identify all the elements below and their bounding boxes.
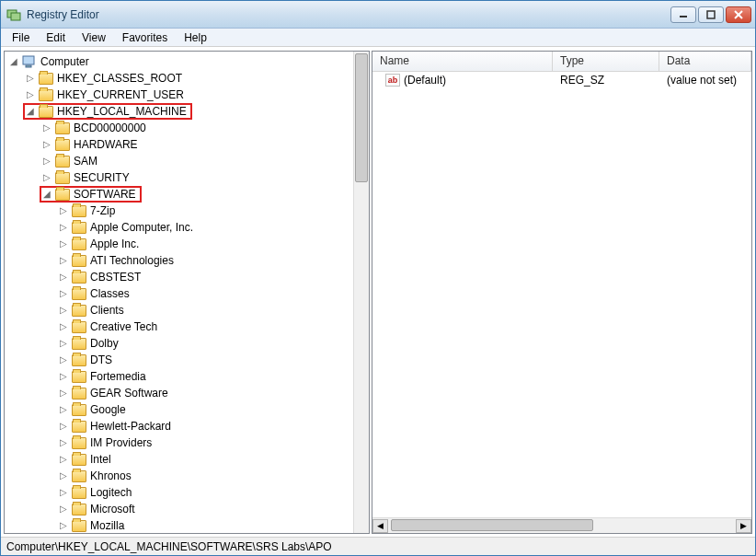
tree-node-software-child[interactable]: ▷GEAR Software xyxy=(5,385,353,401)
expand-icon[interactable]: ▷ xyxy=(58,355,68,365)
column-data[interactable]: Data xyxy=(659,52,751,71)
expand-icon[interactable]: ▷ xyxy=(58,339,68,349)
close-button[interactable] xyxy=(726,6,751,23)
expand-icon[interactable]: ▷ xyxy=(58,438,68,448)
expand-icon[interactable]: ▷ xyxy=(58,206,68,216)
expand-icon[interactable]: ▷ xyxy=(58,405,68,415)
tree-node-software-child[interactable]: ▷Fortemedia xyxy=(5,368,353,385)
tree-node-security[interactable]: ▷ SECURITY xyxy=(5,169,353,186)
expand-icon[interactable]: ▷ xyxy=(58,372,68,382)
tree-label: Microsoft xyxy=(90,503,135,515)
tree-node-software-child[interactable]: ▷Logitech xyxy=(5,484,353,501)
expand-icon[interactable]: ▷ xyxy=(58,388,68,399)
menubar: File Edit View Favorites Help xyxy=(1,29,755,47)
collapse-icon[interactable]: ◢ xyxy=(8,57,18,67)
expand-icon[interactable]: ▷ xyxy=(58,272,68,283)
tree-label: Mozilla xyxy=(90,519,124,532)
svg-rect-3 xyxy=(707,11,715,18)
tree-scroll[interactable]: ◢ Computer ▷ HKEY_CLASSES_ROOT ▷ xyxy=(5,52,353,533)
menu-file[interactable]: File xyxy=(5,29,37,46)
expand-icon[interactable]: ▷ xyxy=(58,223,68,233)
expand-icon[interactable]: ▷ xyxy=(58,455,68,465)
tree-node-software-child[interactable]: ▷DTS xyxy=(5,352,353,368)
list-horizontal-scrollbar[interactable]: ◀ ▶ xyxy=(372,517,751,533)
menu-favorites[interactable]: Favorites xyxy=(115,29,175,46)
tree-node-software-child[interactable]: ▷Hewlett-Packard xyxy=(5,418,353,434)
tree-pane: ◢ Computer ▷ HKEY_CLASSES_ROOT ▷ xyxy=(4,51,370,534)
menu-help[interactable]: Help xyxy=(177,29,214,46)
expand-icon[interactable]: ▷ xyxy=(58,306,68,316)
folder-icon xyxy=(72,454,86,466)
tree-node-software-child[interactable]: ▷Microsoft xyxy=(5,501,353,517)
tree-label: Intel xyxy=(90,453,111,466)
tree-node-software-child[interactable]: ▷IM Providers xyxy=(5,434,353,451)
tree-label: SECURITY xyxy=(74,171,130,184)
expand-icon[interactable]: ▷ xyxy=(25,74,35,84)
tree-label: Classes xyxy=(90,287,130,300)
tree-node-software-child[interactable]: ▷ATI Technologies xyxy=(5,252,353,269)
menu-view[interactable]: View xyxy=(74,29,113,46)
tree-node-software-child[interactable]: ▷CBSTEST xyxy=(5,269,353,285)
tree-node-bcd[interactable]: ▷ BCD00000000 xyxy=(5,120,353,136)
tree-root-computer[interactable]: ◢ Computer xyxy=(5,53,353,70)
tree-node-software[interactable]: ◢ SOFTWARE xyxy=(5,186,353,203)
tree-node-hkcr[interactable]: ▷ HKEY_CLASSES_ROOT xyxy=(5,70,353,87)
expand-icon[interactable]: ▷ xyxy=(41,140,52,150)
titlebar[interactable]: Registry Editor xyxy=(1,1,755,29)
list-header: Name Type Data xyxy=(372,52,751,72)
list-body[interactable]: ab (Default) REG_SZ (value not set) xyxy=(372,72,751,517)
folder-icon xyxy=(72,470,86,482)
tree-node-software-child[interactable]: ▷Khronos xyxy=(5,468,353,484)
tree-node-software-child[interactable]: ▷Clients xyxy=(5,302,353,319)
tree-node-software-child[interactable]: ▷Classes xyxy=(5,285,353,302)
tree-node-hardware[interactable]: ▷ HARDWARE xyxy=(5,136,353,153)
tree-label: BCD00000000 xyxy=(74,122,146,134)
tree-node-software-child[interactable]: ▷Intel xyxy=(5,451,353,468)
scroll-left-arrow[interactable]: ◀ xyxy=(372,519,388,533)
collapse-icon[interactable]: ◢ xyxy=(25,107,35,117)
expand-icon[interactable]: ▷ xyxy=(58,239,68,249)
expand-icon[interactable]: ▷ xyxy=(58,289,68,299)
tree-label: SOFTWARE xyxy=(74,188,136,201)
tree-node-software-child[interactable]: ▷Dolby xyxy=(5,335,353,352)
app-icon xyxy=(6,7,21,22)
tree-node-hkcu[interactable]: ▷ HKEY_CURRENT_USER xyxy=(5,87,353,103)
expand-icon[interactable]: ▷ xyxy=(25,90,35,100)
tree-node-software-child[interactable]: ▷Creative Tech xyxy=(5,319,353,335)
expand-icon[interactable]: ▷ xyxy=(58,521,68,531)
tree-node-software-child[interactable]: ▷Mozilla xyxy=(5,517,353,533)
tree-label: Creative Tech xyxy=(90,320,157,333)
tree-node-software-child[interactable]: ▷Apple Inc. xyxy=(5,236,353,252)
svg-rect-6 xyxy=(23,56,34,64)
expand-icon[interactable]: ▷ xyxy=(58,504,68,515)
column-type[interactable]: Type xyxy=(553,52,659,71)
expand-icon[interactable]: ▷ xyxy=(58,256,68,266)
expand-icon[interactable]: ▷ xyxy=(41,173,52,183)
folder-icon xyxy=(72,338,86,350)
expand-icon[interactable]: ▷ xyxy=(58,488,68,498)
expand-icon[interactable]: ▷ xyxy=(58,322,68,332)
expand-icon[interactable]: ▷ xyxy=(41,123,52,133)
tree-node-software-child[interactable]: ▷Google xyxy=(5,401,353,418)
expand-icon[interactable]: ▷ xyxy=(41,156,52,167)
menu-edit[interactable]: Edit xyxy=(39,29,73,46)
tree-label: Dolby xyxy=(90,337,119,350)
tree-vertical-scrollbar[interactable] xyxy=(353,52,369,533)
value-type: REG_SZ xyxy=(553,74,659,87)
collapse-icon[interactable]: ◢ xyxy=(41,190,52,200)
tree-node-software-child[interactable]: ▷Apple Computer, Inc. xyxy=(5,219,353,236)
tree-node-sam[interactable]: ▷ SAM xyxy=(5,153,353,169)
minimize-button[interactable] xyxy=(670,6,696,23)
tree-node-software-child[interactable]: ▷7-Zip xyxy=(5,203,353,219)
folder-icon xyxy=(55,122,70,134)
maximize-button[interactable] xyxy=(698,6,724,23)
folder-icon xyxy=(55,139,70,151)
scroll-right-arrow[interactable]: ▶ xyxy=(736,519,751,533)
expand-icon[interactable]: ▷ xyxy=(58,422,68,432)
list-row[interactable]: ab (Default) REG_SZ (value not set) xyxy=(372,72,751,88)
scrollbar-thumb[interactable] xyxy=(391,519,593,531)
tree-node-hklm[interactable]: ◢ HKEY_LOCAL_MACHINE xyxy=(5,103,353,120)
column-name[interactable]: Name xyxy=(372,52,553,71)
expand-icon[interactable]: ▷ xyxy=(58,471,68,481)
scrollbar-thumb[interactable] xyxy=(355,53,368,182)
